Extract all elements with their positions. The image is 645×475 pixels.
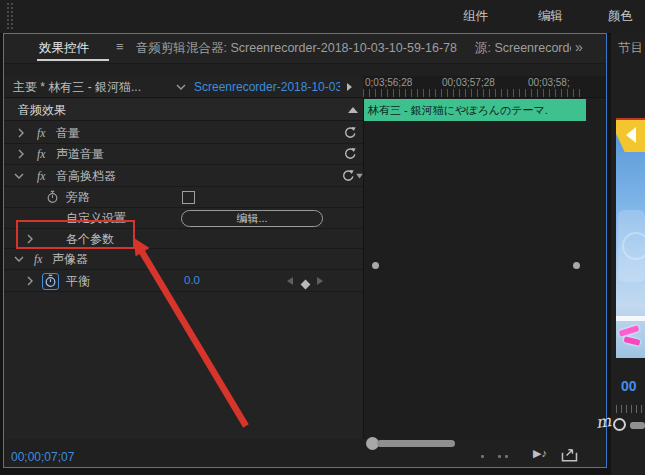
fx-badge-icon: fx [37, 148, 45, 160]
toggle-animation-stopwatch[interactable] [42, 273, 59, 290]
program-zoom-ruler [616, 405, 645, 413]
expand-chevron-icon[interactable] [26, 276, 34, 286]
effect-row-volume[interactable]: fx 音量 [4, 122, 363, 144]
prev-keyframe-icon[interactable] [287, 277, 293, 285]
tab-source-monitor-label: 源: Screenrecorde [475, 41, 571, 55]
collapse-chevron-icon[interactable] [14, 172, 24, 180]
premiere-app-window: 组件 编辑 颜色 效果控件 ≡ 音频剪辑混合器: Screenrecorder-… [0, 0, 645, 475]
audio-clip-bar-label: 林有三 - 銀河猫にやぽろんのテーマ. [368, 104, 548, 116]
bypass-label: 旁路 [66, 189, 90, 206]
effect-row-panner[interactable]: fx 声像器 [4, 249, 363, 270]
panel-grip-dots [6, 2, 15, 30]
tab-effect-controls[interactable]: 效果控件 [39, 40, 89, 57]
export-frame-icon[interactable] [561, 448, 578, 462]
preview-pink-title-stroke [624, 336, 641, 346]
preview-white-band [616, 316, 645, 321]
section-collapse-icon[interactable] [348, 107, 358, 113]
effect-pitch-shifter-label: 音高换档器 [56, 167, 116, 184]
effect-row-pitch-shifter[interactable]: fx 音高换档器 [4, 165, 363, 187]
keyframe-dot-right[interactable] [573, 262, 580, 269]
fx-badge-icon: fx [37, 170, 45, 182]
lane-scrollbar-thumb[interactable] [377, 440, 455, 447]
tab-audio-clip-mixer-label: 音频剪辑混合器: Screenrecorder-2018-10-03-10-59… [136, 41, 457, 55]
section-audio-effects-label: 音频效果 [18, 101, 66, 118]
effect-row-channel-volume[interactable]: fx 声道音量 [4, 144, 363, 165]
balance-label: 平衡 [66, 272, 90, 289]
panel-tab-bar: 效果控件 ≡ 音频剪辑混合器: Screenrecorder-2018-10-0… [4, 34, 606, 64]
header-play-arrow-icon[interactable] [347, 83, 352, 91]
param-row-bypass[interactable]: 旁路 [4, 187, 363, 208]
program-timecode[interactable]: 00 [621, 378, 637, 394]
preview-top-line [616, 118, 645, 120]
active-tab-underline [37, 59, 109, 61]
reset-effect-icon[interactable] [343, 126, 357, 140]
param-row-balance[interactable]: 平衡 0.0 [4, 270, 363, 292]
workspace-bar: 组件 编辑 颜色 [0, 0, 645, 34]
param-row-custom-setup: 自定义设置 编辑... [4, 208, 363, 229]
reset-effect-icon[interactable] [341, 169, 355, 183]
balance-value[interactable]: 0.0 [184, 274, 200, 286]
individual-params-label: 各个参数 [66, 230, 114, 247]
program-zoom-bar[interactable] [630, 422, 645, 429]
tab-program-monitor[interactable]: 节目 [618, 40, 643, 57]
ruler-timecode-3: 00;03;58; [528, 77, 570, 88]
panel-menu-icon[interactable]: ≡ [116, 39, 124, 54]
fx-badge-icon: fx [37, 127, 45, 139]
program-zoom-knob[interactable] [613, 418, 626, 431]
footer-dot [481, 455, 484, 458]
program-video-preview [616, 118, 645, 358]
effect-channel-volume-label: 声道音量 [56, 146, 104, 163]
tab-overflow-chevron[interactable]: » [575, 39, 581, 55]
workspace-tab-color[interactable]: 颜色 [608, 8, 633, 25]
ruler-timecode-1: 0;03;56;28 [365, 77, 412, 88]
expand-chevron-icon[interactable] [17, 149, 25, 159]
watermark-text: m [595, 411, 613, 432]
workspace-tab-assembly[interactable]: 组件 [463, 8, 488, 25]
collapse-chevron-icon[interactable] [14, 255, 24, 263]
bypass-checkbox[interactable] [182, 191, 195, 204]
preview-pink-title-stroke [619, 325, 640, 337]
expand-chevron-icon[interactable] [26, 234, 34, 244]
stopwatch-icon [44, 274, 57, 288]
panner-label: 声像器 [52, 251, 88, 268]
edit-button[interactable]: 编辑... [181, 210, 323, 227]
ruler-tick-marks [363, 89, 585, 97]
keyframe-dot-left[interactable] [372, 262, 379, 269]
param-row-individual-params[interactable]: 各个参数 [4, 229, 363, 249]
reset-dropdown-caret-icon[interactable] [356, 173, 363, 178]
preview-circle-shape [622, 232, 645, 260]
timeline-ruler[interactable]: 0;03;56;28 00;03;57;28 00;03;58; [363, 76, 606, 98]
next-keyframe-icon[interactable] [317, 277, 323, 285]
fx-badge-icon: fx [34, 253, 42, 265]
edit-button-label: 编辑... [236, 212, 267, 224]
playhead-timecode[interactable]: 00;00;07;07 [11, 450, 74, 464]
program-panel: 节目 00 [611, 33, 645, 475]
workspace-tab-editing[interactable]: 编辑 [538, 8, 563, 25]
tab-effect-controls-label: 效果控件 [39, 41, 89, 55]
ruler-timecode-2: 00;03;57;28 [442, 77, 495, 88]
footer-dot [505, 455, 508, 458]
clip-name-link[interactable]: Screenrecorder-2018-10-03... [194, 80, 340, 94]
track-label: 主要 * 林有三 - 銀河猫... [13, 78, 141, 95]
preview-banner-arrow [626, 127, 636, 143]
tab-source-monitor[interactable]: 源: Screenrecorde [475, 40, 571, 57]
footer-dot [498, 455, 501, 458]
custom-setup-label: 自定义设置 [66, 210, 126, 227]
clip-header-row: 主要 * 林有三 - 銀河猫... Screenrecorder-2018-10… [4, 76, 363, 98]
tab-audio-clip-mixer[interactable]: 音频剪辑混合器: Screenrecorder-2018-10-03-10-59… [136, 40, 466, 57]
section-audio-effects[interactable]: 音频效果 [4, 99, 363, 121]
audio-clip-bar[interactable]: 林有三 - 銀河猫にやぽろんのテーマ. [364, 99, 586, 121]
reset-effect-icon[interactable] [343, 147, 357, 161]
stopwatch-icon[interactable] [46, 190, 59, 204]
keyframe-lane: 林有三 - 銀河猫にやぽろんのテーマ. [363, 76, 606, 439]
track-dropdown-chevron-icon[interactable] [176, 83, 186, 91]
expand-chevron-icon[interactable] [17, 128, 25, 138]
effect-volume-label: 音量 [56, 124, 80, 141]
play-audio-icon[interactable]: ▶♪ [533, 447, 547, 460]
effect-controls-panel: 效果控件 ≡ 音频剪辑混合器: Screenrecorder-2018-10-0… [3, 33, 607, 468]
add-keyframe-icon[interactable] [301, 279, 311, 289]
